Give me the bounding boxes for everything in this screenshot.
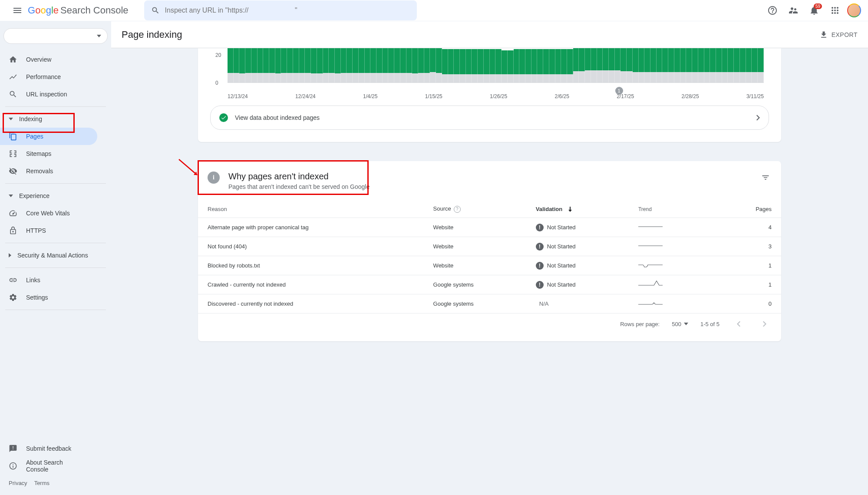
account-avatar[interactable] bbox=[847, 3, 861, 17]
chart-marker[interactable]: 1 bbox=[615, 87, 623, 95]
sidebar-label: Settings bbox=[26, 294, 48, 301]
sidebar-item-links[interactable]: Links bbox=[0, 271, 97, 289]
sidebar-item-pages[interactable]: Pages bbox=[0, 128, 97, 145]
table-row[interactable]: Blocked by robots.txt Website !Not Start… bbox=[198, 256, 781, 275]
y-tick: 0 bbox=[215, 80, 218, 86]
why-title: Why pages aren't indexed bbox=[228, 172, 370, 182]
col-reason-header[interactable]: Reason bbox=[208, 206, 433, 212]
gear-icon bbox=[9, 293, 17, 302]
table-row[interactable]: Not found (404) Website !Not Started 3 bbox=[198, 237, 781, 256]
notification-badge: 59 bbox=[814, 3, 822, 9]
sidebar-item-settings[interactable]: Settings bbox=[0, 289, 97, 306]
sidebar-label: HTTPS bbox=[26, 227, 46, 234]
sidebar-item-sitemaps[interactable]: Sitemaps bbox=[0, 145, 97, 162]
sidebar-label: Overview bbox=[26, 56, 51, 63]
sort-desc-icon bbox=[568, 207, 573, 212]
pagination-range: 1-5 of 5 bbox=[700, 321, 719, 327]
privacy-link[interactable]: Privacy bbox=[9, 480, 27, 486]
sidebar-item-cwv[interactable]: Core Web Vitals bbox=[0, 205, 97, 222]
page-header: Page indexing EXPORT bbox=[111, 21, 868, 48]
sidebar-label: Links bbox=[26, 277, 40, 284]
users-icon[interactable] bbox=[785, 2, 802, 19]
y-tick: 20 bbox=[215, 52, 221, 58]
property-selector[interactable] bbox=[3, 28, 108, 44]
view-data-label: View data about indexed pages bbox=[235, 114, 749, 121]
sidebar-label: About Search Console bbox=[26, 459, 87, 473]
download-icon bbox=[819, 30, 828, 39]
visibility-off-icon bbox=[9, 167, 17, 175]
chevron-down-icon bbox=[9, 118, 13, 120]
trending-icon bbox=[9, 73, 17, 81]
help-icon[interactable] bbox=[764, 2, 781, 19]
indexing-chart-card: 20 0 1 12/13/2412/24/241/4/251/15/251/26… bbox=[198, 48, 781, 142]
url-inspect-search[interactable] bbox=[144, 0, 417, 20]
sidebar-section-experience[interactable]: Experience bbox=[0, 187, 111, 205]
lock-icon bbox=[9, 226, 17, 235]
sidebar-label: URL inspection bbox=[26, 91, 67, 98]
table-row[interactable]: Discovered - currently not indexed Googl… bbox=[198, 294, 781, 314]
logo[interactable]: Google Search Console bbox=[28, 5, 129, 16]
chevron-down-icon bbox=[684, 323, 688, 325]
feedback-icon bbox=[9, 444, 17, 453]
table-row[interactable]: Alternate page with proper canonical tag… bbox=[198, 218, 781, 237]
reasons-table: Reason Source? Validation Trend Pages Al… bbox=[198, 201, 781, 314]
search-icon bbox=[151, 6, 160, 15]
product-name: Search Console bbox=[60, 5, 129, 16]
sidebar-item-performance[interactable]: Performance bbox=[0, 68, 97, 86]
export-label: EXPORT bbox=[832, 31, 858, 38]
view-indexed-pages-button[interactable]: View data about indexed pages bbox=[210, 106, 769, 130]
sidebar-item-url-inspection[interactable]: URL inspection bbox=[0, 86, 97, 103]
sidebar-label: Pages bbox=[26, 133, 43, 140]
sidebar-label: Security & Manual Actions bbox=[17, 252, 88, 259]
x-axis-ticks: 12/13/2412/24/241/4/251/15/251/26/252/6/… bbox=[228, 93, 764, 99]
prev-page-button[interactable] bbox=[732, 317, 746, 331]
apps-icon[interactable] bbox=[826, 2, 844, 19]
sidebar-item-about[interactable]: About Search Console bbox=[0, 457, 97, 475]
sidebar-label: Indexing bbox=[19, 116, 42, 122]
pages-icon bbox=[9, 132, 17, 141]
why-subtitle: Pages that aren't indexed can't be serve… bbox=[228, 183, 370, 190]
info-icon bbox=[9, 462, 17, 470]
sitemap-icon bbox=[9, 149, 17, 158]
speed-icon bbox=[9, 209, 17, 218]
sidebar-item-overview[interactable]: Overview bbox=[0, 51, 97, 68]
links-icon bbox=[9, 276, 17, 284]
notifications-icon[interactable]: 59 bbox=[805, 2, 823, 19]
check-icon bbox=[219, 113, 228, 122]
page-title: Page indexing bbox=[122, 29, 182, 40]
svg-marker-1 bbox=[194, 172, 197, 175]
menu-icon[interactable] bbox=[7, 0, 28, 21]
app-header: Google Search Console 59 bbox=[0, 0, 868, 21]
sidebar-label: Performance bbox=[26, 73, 61, 80]
chevron-down-icon bbox=[97, 35, 101, 37]
rows-per-page-select[interactable]: 500 bbox=[672, 321, 688, 327]
search-input[interactable] bbox=[165, 7, 410, 14]
table-footer: Rows per page: 500 1-5 of 5 bbox=[198, 314, 781, 331]
table-row[interactable]: Crawled - currently not indexed Google s… bbox=[198, 275, 781, 294]
terms-link[interactable]: Terms bbox=[34, 480, 50, 486]
next-page-button[interactable] bbox=[758, 317, 772, 331]
sidebar-label: Removals bbox=[26, 168, 53, 175]
sidebar-label: Experience bbox=[19, 192, 50, 199]
svg-line-0 bbox=[179, 159, 197, 175]
indexing-chart: 20 0 1 12/13/2412/24/241/4/251/15/251/26… bbox=[215, 48, 764, 92]
col-pages-header[interactable]: Pages bbox=[720, 206, 772, 212]
sidebar-section-sma[interactable]: Security & Manual Actions bbox=[0, 247, 111, 264]
rows-per-page-label: Rows per page: bbox=[620, 321, 660, 327]
sidebar-label: Sitemaps bbox=[26, 150, 51, 157]
help-icon[interactable]: ? bbox=[454, 206, 461, 213]
sidebar-item-removals[interactable]: Removals bbox=[0, 162, 97, 180]
sidebar-item-feedback[interactable]: Submit feedback bbox=[0, 440, 97, 457]
col-validation-header[interactable]: Validation bbox=[536, 206, 638, 212]
sidebar-section-indexing[interactable]: Indexing bbox=[0, 110, 111, 128]
chevron-right-icon bbox=[9, 253, 11, 257]
export-button[interactable]: EXPORT bbox=[819, 30, 858, 39]
sidebar-item-https[interactable]: HTTPS bbox=[0, 222, 97, 239]
filter-icon[interactable] bbox=[759, 172, 772, 185]
col-trend-header[interactable]: Trend bbox=[638, 206, 720, 212]
search-icon bbox=[9, 90, 17, 99]
info-icon: i bbox=[208, 172, 220, 184]
why-not-indexed-card: i Why pages aren't indexed Pages that ar… bbox=[198, 161, 781, 341]
col-source-header[interactable]: Source? bbox=[433, 205, 536, 213]
sidebar-label: Submit feedback bbox=[26, 445, 71, 452]
